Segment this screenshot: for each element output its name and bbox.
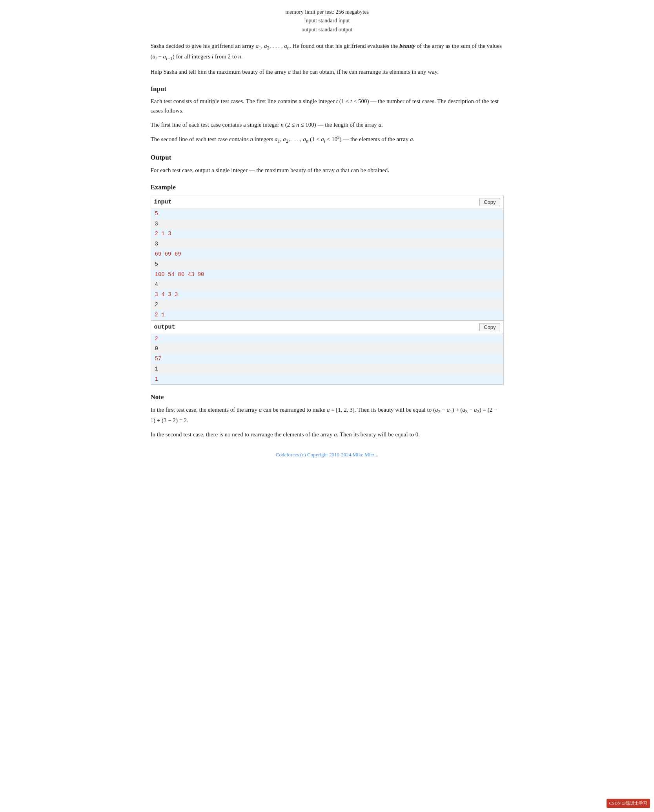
output-code-header: output Copy [151,321,503,334]
output-copy-button[interactable]: Copy [479,323,500,331]
header-line2: input: standard input [151,16,504,25]
input-label: input [154,198,172,207]
code-line: 2 1 3 [151,229,503,239]
output-section-title: Output [151,152,504,163]
code-line: 5 [151,260,503,270]
code-line: 5 [151,209,503,219]
code-line: 1 [151,374,503,385]
input-copy-button[interactable]: Copy [479,198,500,206]
output-label: output [154,323,175,332]
input-code-content: 532 1 3369 69 695100 54 80 43 9043 4 3 3… [151,209,503,320]
code-line: 4 [151,280,503,290]
note-title: Note [151,392,504,402]
code-line: 2 [151,300,503,310]
input-section-title: Input [151,84,504,94]
code-line: 57 [151,354,503,364]
footer: Codeforces (c) Copyright 2010-2024 Mike … [151,451,504,459]
input-desc-3: The second line of each test case contai… [151,134,504,145]
header-line1: memory limit per test: 256 megabytes [151,8,504,16]
note-line-1: In the first test case, the elements of … [151,405,504,425]
code-line: 2 1 [151,310,503,320]
code-line: 1 [151,364,503,374]
code-line: 3 4 3 3 [151,290,503,300]
intro-paragraph-1: Sasha decided to give his girlfriend an … [151,41,504,62]
code-line: 69 69 69 [151,249,503,260]
intro-paragraph-2: Help Sasha and tell him the maximum beau… [151,67,504,76]
code-line: 3 [151,219,503,229]
code-line: 100 54 80 43 90 [151,270,503,280]
input-desc-1: Each test consists of multiple test case… [151,96,504,115]
input-desc-2: The first line of each test case contain… [151,120,504,129]
header-info: memory limit per test: 256 megabytes inp… [151,8,504,34]
output-code-content: 205711 [151,334,503,385]
code-line: 0 [151,344,503,354]
input-code-header: input Copy [151,196,503,209]
header-line3: output: standard output [151,25,504,34]
code-line: 3 [151,239,503,249]
example-title: Example [151,182,504,193]
note-line-2: In the second test case, there is no nee… [151,430,504,439]
output-code-block: output Copy 205711 [151,321,504,385]
note-section: Note In the first test case, the element… [151,392,504,439]
output-desc: For each test case, output a single inte… [151,165,504,175]
codeforces-link[interactable]: Codeforces (c) Copyright 2010-2024 Mike … [276,452,378,458]
input-code-block: input Copy 532 1 3369 69 695100 54 80 43… [151,196,504,321]
code-line: 2 [151,334,503,344]
